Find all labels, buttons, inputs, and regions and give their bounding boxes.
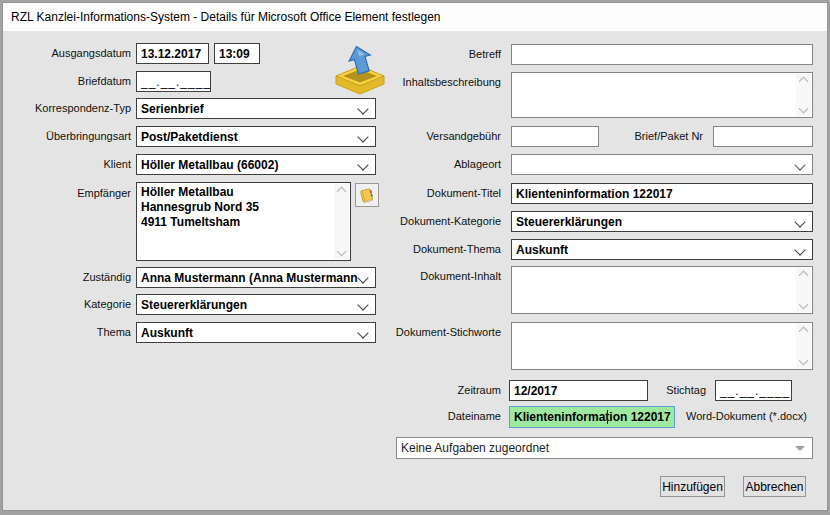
inhaltsbeschreibung-textarea[interactable] — [511, 72, 813, 118]
ueberbringungsart-select[interactable]: Post/Paketdienst — [136, 126, 376, 147]
chevron-down-icon — [794, 159, 805, 170]
scrollbar[interactable] — [796, 74, 811, 116]
label-stichtag: Stichtag — [623, 384, 706, 396]
chevron-down-icon — [357, 299, 368, 310]
dokument-thema-value: Auskunft — [516, 243, 568, 257]
thema-select[interactable]: Auskunft — [136, 322, 376, 343]
chevron-down-icon — [357, 103, 368, 114]
label-korrespondenz-typ: Korrespondenz-Typ — [11, 102, 131, 114]
label-empfaenger: Empfänger — [11, 187, 131, 199]
dateiname-input[interactable]: Klienteninformation 122017 — [509, 406, 675, 428]
thema-value: Auskunft — [141, 326, 193, 340]
stichtag-input[interactable]: __.__.____ — [715, 380, 792, 401]
label-ueberbringungsart: Überbringungsart — [11, 130, 131, 142]
scroll-down-icon[interactable] — [337, 247, 347, 257]
chevron-down-icon — [794, 216, 805, 227]
dokument-inhalt-textarea[interactable] — [511, 266, 813, 314]
scroll-down-icon[interactable] — [799, 356, 809, 366]
zustaendig-select[interactable]: Anna Mustermann (Anna Mustermann — [136, 267, 376, 288]
label-zustaendig: Zuständig — [11, 271, 131, 283]
scroll-up-icon[interactable] — [799, 271, 809, 281]
scrollbar[interactable] — [796, 268, 811, 312]
filetype-label: Word-Dokument (*.docx) — [686, 410, 807, 422]
kategorie-select[interactable]: Steuererklärungen — [136, 294, 376, 315]
dialog-window: RZL Kanzlei-Informations-System - Detail… — [2, 2, 828, 511]
korrespondenz-typ-select[interactable]: Serienbrief — [136, 98, 376, 119]
kategorie-value: Steuererklärungen — [141, 298, 247, 312]
text-cursor — [607, 410, 608, 424]
label-dokument-titel: Dokument-Titel — [353, 187, 501, 199]
label-dokument-thema: Dokument-Thema — [353, 243, 501, 255]
aufgaben-select[interactable]: Keine Aufgaben zugeordnet — [396, 437, 813, 459]
ausgangsdatum-time-input[interactable]: 13:09 — [214, 43, 260, 64]
dropdown-triangle-icon — [795, 446, 805, 451]
label-brief-paket-nr: Brief/Paket Nr — [613, 130, 703, 142]
zustaendig-value: Anna Mustermann (Anna Mustermann — [141, 271, 358, 285]
label-versandgebuehr: Versandgebühr — [353, 130, 501, 142]
label-kategorie: Kategorie — [11, 298, 131, 310]
aufgaben-value: Keine Aufgaben zugeordnet — [401, 441, 549, 455]
ausgangsdatum-date-input[interactable]: 13.12.2017 — [136, 43, 209, 64]
label-inhaltsbeschreibung: Inhaltsbeschreibung — [353, 76, 501, 88]
label-betreff: Betreff — [353, 48, 501, 60]
scrollbar[interactable] — [796, 324, 811, 368]
briefdatum-input[interactable]: __.__.____ — [136, 71, 211, 92]
abbrechen-button[interactable]: Abbrechen — [743, 476, 806, 497]
label-ausgangsdatum: Ausgangsdatum — [11, 47, 131, 59]
scroll-down-icon[interactable] — [799, 300, 809, 310]
dateiname-value: Klienteninformation 122017 — [514, 410, 671, 424]
chevron-down-icon — [794, 244, 805, 255]
label-dokument-stichworte: Dokument-Stichworte — [353, 326, 501, 338]
window-title: RZL Kanzlei-Informations-System - Detail… — [11, 10, 441, 24]
label-dateiname: Dateiname — [353, 410, 501, 422]
ueberbringungsart-value: Post/Paketdienst — [141, 130, 238, 144]
titlebar[interactable]: RZL Kanzlei-Informations-System - Detail… — [3, 3, 827, 31]
label-dokument-kategorie: Dokument-Kategorie — [353, 215, 501, 227]
ablageort-select[interactable] — [511, 154, 813, 175]
empfaenger-textarea[interactable]: Höller Metallbau Hannesgrub Nord 35 4911… — [136, 182, 351, 261]
scroll-down-icon[interactable] — [799, 104, 809, 114]
empfaenger-text: Höller Metallbau Hannesgrub Nord 35 4911… — [141, 185, 330, 230]
label-ablageort: Ablageort — [353, 158, 501, 170]
versandgebuehr-input[interactable] — [511, 126, 599, 147]
dokument-kategorie-value: Steuererklärungen — [516, 215, 622, 229]
label-thema: Thema — [11, 326, 131, 338]
korrespondenz-typ-value: Serienbrief — [141, 102, 204, 116]
scroll-up-icon[interactable] — [337, 187, 347, 197]
label-briefdatum: Briefdatum — [11, 75, 131, 87]
hinzufuegen-button[interactable]: Hinzufügen — [660, 476, 725, 497]
betreff-input[interactable] — [511, 44, 813, 65]
dokument-kategorie-select[interactable]: Steuererklärungen — [511, 211, 813, 232]
label-dokument-inhalt: Dokument-Inhalt — [353, 270, 501, 282]
klient-select[interactable]: Höller Metallbau (66002) — [136, 154, 376, 175]
dokument-thema-select[interactable]: Auskunft — [511, 239, 813, 260]
brief-paket-nr-input[interactable] — [713, 126, 813, 147]
dokument-titel-input[interactable]: Klienteninformation 122017 — [511, 183, 813, 204]
scroll-up-icon[interactable] — [799, 77, 809, 87]
label-klient: Klient — [11, 158, 131, 170]
scroll-up-icon[interactable] — [799, 327, 809, 337]
dokument-stichworte-textarea[interactable] — [511, 322, 813, 370]
scrollbar[interactable] — [334, 184, 349, 259]
label-zeitraum: Zeitraum — [353, 384, 501, 396]
klient-value: Höller Metallbau (66002) — [141, 158, 278, 172]
